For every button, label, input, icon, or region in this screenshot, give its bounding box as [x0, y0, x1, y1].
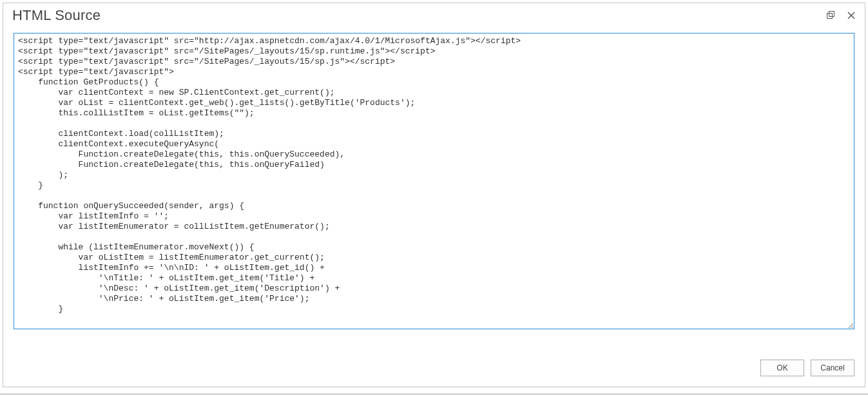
dialog-header: HTML Source [3, 3, 865, 28]
ok-button[interactable]: OK [760, 360, 804, 376]
cancel-button[interactable]: Cancel [811, 360, 854, 376]
svg-rect-1 [829, 12, 834, 17]
html-source-textarea[interactable] [14, 33, 854, 329]
svg-rect-0 [827, 14, 833, 19]
dialog-title: HTML Source [12, 7, 101, 24]
dialog-footer: OK Cancel [3, 349, 865, 387]
close-icon[interactable] [845, 10, 857, 21]
html-source-dialog: HTML Source OK Cancel [3, 3, 865, 387]
window-controls [825, 10, 857, 21]
maximize-icon[interactable] [825, 10, 836, 21]
dialog-body [3, 28, 865, 349]
